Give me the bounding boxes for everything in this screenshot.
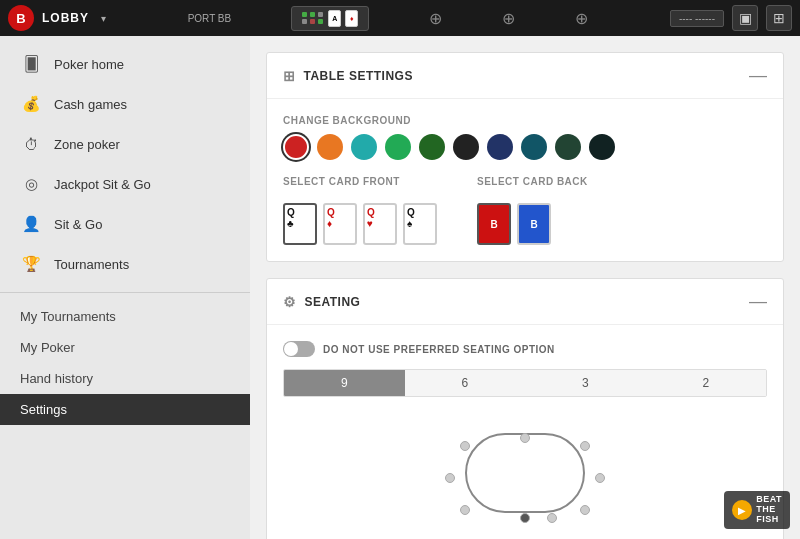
seating-icon: ⚙	[283, 294, 297, 310]
seating-toggle-switch[interactable]	[283, 341, 315, 357]
card-front-option-1[interactable]: Q♣	[283, 203, 317, 245]
game-icon-widget[interactable]: A ♦	[291, 6, 369, 31]
color-swatch-dark[interactable]	[453, 134, 479, 160]
sub-item-my-poker[interactable]: My Poker	[0, 332, 250, 363]
card-front-options: Q♣ Q♦ Q♥	[283, 203, 437, 245]
seat-dot-top	[520, 433, 530, 443]
color-swatch-dark-green[interactable]	[419, 134, 445, 160]
user-info: ---- ------	[670, 10, 724, 27]
cash-games-icon: 💰	[20, 93, 42, 115]
sidebar-item-tournaments[interactable]: 🏆 Tournaments	[0, 244, 250, 284]
card-face-clubs-q: Q♣	[285, 205, 315, 243]
color-swatch-red[interactable]	[283, 134, 309, 160]
dot	[302, 12, 307, 17]
color-swatch-dark-forest[interactable]	[589, 134, 615, 160]
nav-arrow-extra[interactable]: ⊕	[575, 9, 588, 28]
table-diagram	[283, 413, 767, 533]
sidebar-item-sit-go[interactable]: 👤 Sit & Go	[0, 204, 250, 244]
main-layout: 🂠 Poker home 💰 Cash games ⏱ Zone poker ◎…	[0, 36, 800, 539]
sub-section: My Tournaments My Poker Hand history Set…	[0, 293, 250, 433]
seat-dot-bottom-right2	[547, 513, 557, 523]
card-selection-row: SELECT CARD FRONT Q♣ Q♦	[283, 176, 767, 245]
nav-section-main: 🂠 Poker home 💰 Cash games ⏱ Zone poker ◎…	[0, 36, 250, 293]
sidebar-item-label-tournaments: Tournaments	[54, 257, 129, 272]
watermark-play-icon: ▶	[732, 500, 752, 520]
top-bar-center: PORT BB A ♦ ⊕ ⊕ ⊕	[114, 6, 662, 31]
card-face-red-q1: Q♦	[325, 205, 355, 243]
table-settings-header: ⊞ TABLE SETTINGS —	[267, 53, 783, 99]
seat-dot-bottom-left	[460, 505, 470, 515]
color-swatch-green[interactable]	[385, 134, 411, 160]
color-swatch-teal[interactable]	[351, 134, 377, 160]
grid-button[interactable]: ⊞	[766, 5, 792, 31]
nav-arrow-right[interactable]: ⊕	[502, 9, 515, 28]
sidebar-item-cash-games[interactable]: 💰 Cash games	[0, 84, 250, 124]
card-mini-b: ♦	[345, 10, 358, 27]
nav-arrow-left[interactable]: ⊕	[429, 9, 442, 28]
tournaments-icon: 🏆	[20, 253, 42, 275]
dot	[310, 19, 315, 24]
table-settings-collapse[interactable]: —	[749, 65, 767, 86]
toggle-knob	[284, 342, 298, 356]
seating-title: ⚙ SEATING	[283, 294, 360, 310]
sidebar-item-label-cash-games: Cash games	[54, 97, 127, 112]
seating-toggle-label: DO NOT USE PREFERRED SEATING OPTION	[323, 344, 555, 355]
sidebar-item-poker-home[interactable]: 🂠 Poker home	[0, 44, 250, 84]
card-front-option-3[interactable]: Q♥	[363, 203, 397, 245]
sidebar-item-label-zone-poker: Zone poker	[54, 137, 120, 152]
monitor-button[interactable]: ▣	[732, 5, 758, 31]
card-back-option-red[interactable]: B	[477, 203, 511, 245]
sit-go-icon: 👤	[20, 213, 42, 235]
sidebar: 🂠 Poker home 💰 Cash games ⏱ Zone poker ◎…	[0, 36, 250, 539]
watermark-text: BEAT THE FISH	[756, 495, 782, 525]
seat-dot-top-left	[460, 441, 470, 451]
table-settings-section: ⊞ TABLE SETTINGS — CHANGE BACKGROUND	[266, 52, 784, 262]
card-back-group: SELECT CARD BACK B B	[477, 176, 588, 245]
seating-toggle-row: DO NOT USE PREFERRED SEATING OPTION	[283, 341, 767, 357]
seating-header: ⚙ SEATING —	[267, 279, 783, 325]
lobby-chevron: ▾	[101, 13, 106, 24]
seat-dot-top-right	[580, 441, 590, 451]
seat-tab-6[interactable]: 6	[405, 370, 526, 396]
sub-item-my-tournaments[interactable]: My Tournaments	[0, 301, 250, 332]
color-swatches-row	[283, 134, 767, 160]
card-face-red-q2: Q♥	[365, 205, 395, 243]
table-settings-icon: ⊞	[283, 68, 296, 84]
sidebar-item-jackpot[interactable]: ◎ Jackpot Sit & Go	[0, 164, 250, 204]
card-front-option-4[interactable]: Q♠	[403, 203, 437, 245]
seat-dot-bottom-right	[580, 505, 590, 515]
top-bar: B LOBBY ▾ PORT BB A ♦ ⊕ ⊕ ⊕ ---- ------ …	[0, 0, 800, 36]
seat-tab-2[interactable]: 2	[646, 370, 767, 396]
card-front-option-2[interactable]: Q♦	[323, 203, 357, 245]
card-back-option-blue[interactable]: B	[517, 203, 551, 245]
dot	[302, 19, 307, 24]
dot	[318, 12, 323, 17]
top-bar-right: ---- ------ ▣ ⊞	[670, 5, 792, 31]
lobby-label: LOBBY	[42, 11, 89, 25]
sidebar-item-label-jackpot: Jackpot Sit & Go	[54, 177, 151, 192]
app-logo: B	[8, 5, 34, 31]
seat-tabs: 9 6 3 2	[283, 369, 767, 397]
watermark: ▶ BEAT THE FISH	[724, 491, 790, 529]
sub-item-settings[interactable]: Settings	[0, 394, 250, 425]
content-area: ⊞ TABLE SETTINGS — CHANGE BACKGROUND	[250, 36, 800, 539]
seating-collapse[interactable]: —	[749, 291, 767, 312]
dot	[310, 12, 315, 17]
sub-item-hand-history[interactable]: Hand history	[0, 363, 250, 394]
color-swatch-forest[interactable]	[555, 134, 581, 160]
color-swatch-dark-teal[interactable]	[521, 134, 547, 160]
table-oval	[465, 433, 585, 513]
seat-tab-9[interactable]: 9	[284, 370, 405, 396]
change-background-label: CHANGE BACKGROUND	[283, 115, 767, 126]
jackpot-icon: ◎	[20, 173, 42, 195]
seating-body: DO NOT USE PREFERRED SEATING OPTION 9 6 …	[267, 325, 783, 539]
table-settings-body: CHANGE BACKGROUND SELECT CARD FRONT	[267, 99, 783, 261]
sidebar-item-label-poker-home: Poker home	[54, 57, 124, 72]
sidebar-item-label-sit-go: Sit & Go	[54, 217, 102, 232]
color-swatch-orange[interactable]	[317, 134, 343, 160]
card-back-label: SELECT CARD BACK	[477, 176, 588, 187]
sidebar-item-zone-poker[interactable]: ⏱ Zone poker	[0, 124, 250, 164]
color-swatch-navy[interactable]	[487, 134, 513, 160]
poker-home-icon: 🂠	[20, 53, 42, 75]
seat-tab-3[interactable]: 3	[525, 370, 646, 396]
